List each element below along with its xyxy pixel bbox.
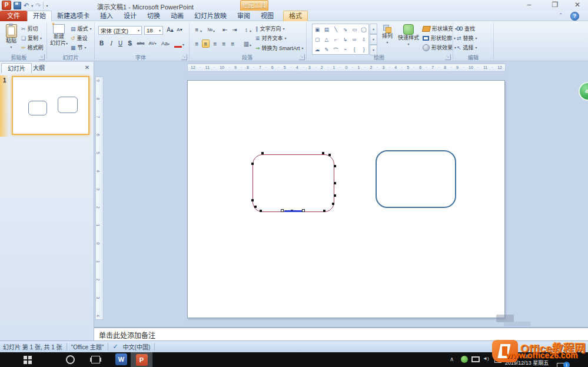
tab-file[interactable]: 文件 bbox=[0, 11, 27, 21]
decrease-indent-button[interactable]: ⇤ bbox=[221, 26, 229, 34]
tab-animations[interactable]: 动画 bbox=[165, 11, 189, 21]
find-button[interactable]: 查找 bbox=[457, 24, 475, 33]
section-button[interactable]: ▦ 节 ▾ bbox=[71, 43, 87, 52]
shape-gallery[interactable]: ▣ ▤ ╲ ⇘ ▭ ◯ ▢ △ ⌐ ↳ ⇨ ⇩ ☁ ✎ ⌒ ~ { } bbox=[312, 24, 369, 55]
new-slide-button[interactable]: 新建 幻灯片▾ bbox=[49, 24, 68, 47]
replace-button[interactable]: ⇄ 替换 ▾ bbox=[457, 34, 477, 42]
help-icon[interactable]: ? bbox=[570, 12, 579, 21]
vertical-ruler[interactable]: 9 8 7 6 5 4 3 2 1 0 1 2 3 4 bbox=[95, 77, 104, 320]
cut-button[interactable]: ✂ 剪切 bbox=[21, 24, 38, 33]
tray-volume-icon[interactable]: ◄) bbox=[483, 356, 489, 361]
paste-button[interactable]: 粘贴 ▾ bbox=[3, 24, 19, 51]
underline-button[interactable]: U bbox=[117, 39, 124, 48]
edit-point-handle[interactable] bbox=[323, 210, 325, 212]
tab-format[interactable]: 格式 bbox=[283, 11, 308, 21]
numbering-dropdown-icon[interactable]: ▾ bbox=[213, 29, 215, 33]
italic-button[interactable]: I bbox=[107, 39, 115, 48]
tab-view[interactable]: 视图 bbox=[255, 11, 279, 21]
panel-close-icon[interactable]: ✕ bbox=[83, 64, 91, 72]
rounded-rectangle-edit-points[interactable] bbox=[253, 154, 334, 212]
slide-canvas[interactable] bbox=[187, 80, 505, 318]
horizontal-ruler[interactable]: 12 · 11 · 10 · 9 · 8 · 7 · 6 · 5 · 4 · 3… bbox=[187, 64, 506, 72]
bold-button[interactable]: B bbox=[98, 39, 105, 48]
tab-slideshow[interactable]: 幻灯片放映 bbox=[189, 11, 232, 21]
shape-left-brace-icon[interactable]: { bbox=[354, 47, 356, 52]
paragraph-dialog-launcher-icon[interactable]: ↘ bbox=[299, 54, 305, 60]
shape-right-arrow-icon[interactable]: ⇨ bbox=[353, 37, 357, 42]
tray-chevron-icon[interactable]: ∧ bbox=[450, 356, 454, 362]
shape-down-arrow-icon[interactable]: ⇩ bbox=[362, 37, 366, 42]
edit-point-handle[interactable] bbox=[334, 194, 336, 197]
undo-icon[interactable]: ↶ bbox=[24, 1, 29, 9]
copy-button[interactable]: ❏ 复制 ▾ bbox=[21, 34, 42, 42]
convert-smartart-button[interactable]: ⇒ 转换为 SmartArt ▾ bbox=[255, 44, 304, 52]
shape-elbow-connector-icon[interactable]: ⌐ bbox=[334, 37, 337, 42]
text-direction-button[interactable]: ∥ 文字方向 ▾ bbox=[255, 24, 285, 33]
shape-placeholder2-icon[interactable]: ▤ bbox=[324, 27, 329, 32]
tab-insert[interactable]: 插入 bbox=[95, 11, 118, 21]
save-icon[interactable] bbox=[14, 2, 21, 9]
floating-green-badge[interactable]: 40 bbox=[579, 82, 588, 101]
edit-point-handle[interactable] bbox=[332, 203, 334, 205]
increase-indent-button[interactable]: ⇥ bbox=[231, 26, 238, 34]
edit-point-handle[interactable] bbox=[251, 163, 254, 165]
quick-styles-button[interactable]: 快速样式 ▾ bbox=[397, 24, 420, 48]
segment-endpoint-handle[interactable] bbox=[302, 209, 305, 212]
grow-font-button[interactable]: A▴ bbox=[165, 26, 175, 34]
reset-button[interactable]: ↺ 重设 bbox=[71, 34, 88, 42]
bullets-dropdown-icon[interactable]: ▾ bbox=[200, 29, 202, 33]
tray-network-icon[interactable] bbox=[471, 356, 480, 362]
tab-new-custom[interactable]: 新建选项卡 bbox=[52, 11, 95, 21]
edit-point-handle[interactable] bbox=[334, 182, 336, 184]
edit-point-handle[interactable] bbox=[261, 152, 264, 154]
columns-dropdown-icon[interactable]: ▾ bbox=[250, 43, 251, 47]
shape-placeholder-icon[interactable]: ▣ bbox=[315, 27, 320, 32]
shape-triangle-icon[interactable]: △ bbox=[324, 37, 328, 42]
font-size-dropdown-icon[interactable]: ▾ bbox=[159, 28, 161, 32]
line-spacing-dropdown-icon[interactable]: ▾ bbox=[250, 29, 251, 33]
font-color-button[interactable] bbox=[174, 39, 182, 48]
text-shadow-button[interactable]: S bbox=[126, 39, 134, 48]
shape-arc-icon[interactable]: ⌒ bbox=[333, 46, 338, 53]
layout-button[interactable]: ▤ 版式 ▾ bbox=[71, 24, 92, 33]
shape-elbow-arrow-icon[interactable]: ↳ bbox=[343, 37, 347, 42]
shape-outline-button[interactable]: 形状轮廓 ▾ bbox=[423, 34, 456, 42]
format-painter-button[interactable]: ✏ 格式刷 bbox=[21, 43, 44, 52]
font-name-combo[interactable]: 宋体 (正文) ▾ bbox=[98, 26, 142, 35]
powerpoint-app-icon[interactable]: P bbox=[2, 1, 11, 10]
change-case-button[interactable]: Aa▾ bbox=[160, 39, 171, 48]
tab-transitions[interactable]: 切换 bbox=[142, 11, 165, 21]
gallery-scroll-down-icon[interactable]: ▾ bbox=[370, 34, 377, 45]
gallery-scroll-up-icon[interactable]: ▴ bbox=[370, 24, 377, 34]
shape-cloud-icon[interactable]: ☁ bbox=[315, 47, 320, 52]
taskbar-powerpoint-slot[interactable]: P bbox=[131, 352, 152, 367]
edit-point-handle[interactable] bbox=[328, 154, 331, 156]
shape-rectangle-icon[interactable]: ▭ bbox=[352, 27, 357, 32]
drawing-dialog-launcher-icon[interactable]: ↘ bbox=[445, 54, 451, 60]
edit-point-handle[interactable] bbox=[251, 199, 254, 201]
task-view-icon[interactable] bbox=[91, 356, 100, 363]
shape-rounded-rectangle-icon[interactable]: ▢ bbox=[315, 37, 320, 42]
qat-customize-icon[interactable]: ▾ bbox=[46, 4, 48, 8]
select-button[interactable]: ↖ 选择 ▾ bbox=[457, 43, 477, 52]
outline-tab[interactable]: 大纲 bbox=[27, 63, 51, 73]
shape-fill-button[interactable]: 形状填充 ▾ bbox=[423, 24, 457, 33]
font-dialog-launcher-icon[interactable]: ↘ bbox=[181, 54, 187, 60]
cortana-icon[interactable] bbox=[66, 355, 75, 364]
rounded-rectangle-shape[interactable] bbox=[376, 150, 456, 208]
font-size-combo[interactable]: 18 ▾ bbox=[144, 26, 163, 35]
paste-dropdown-icon[interactable]: ▾ bbox=[10, 44, 12, 51]
collapse-ribbon-icon[interactable]: ⌃ bbox=[559, 12, 563, 18]
start-button[interactable] bbox=[24, 356, 32, 364]
undo-dropdown-icon[interactable]: ▾ bbox=[31, 4, 33, 8]
shape-right-brace-icon[interactable]: } bbox=[363, 47, 365, 52]
clipboard-dialog-launcher-icon[interactable]: ↘ bbox=[39, 54, 45, 60]
shape-gallery-scroll[interactable]: ▴ ▾ ▾ bbox=[370, 24, 377, 55]
edit-point-handle[interactable] bbox=[254, 206, 257, 208]
redo-icon[interactable]: ↷ bbox=[35, 1, 41, 9]
tab-home[interactable]: 开始 bbox=[27, 11, 52, 21]
theme-name[interactable]: "Office 主题" bbox=[71, 342, 104, 351]
tab-review[interactable]: 审阅 bbox=[232, 11, 255, 21]
shape-freeform-icon[interactable]: ✎ bbox=[324, 47, 328, 52]
maximize-button[interactable]: ❐ bbox=[546, 1, 564, 9]
